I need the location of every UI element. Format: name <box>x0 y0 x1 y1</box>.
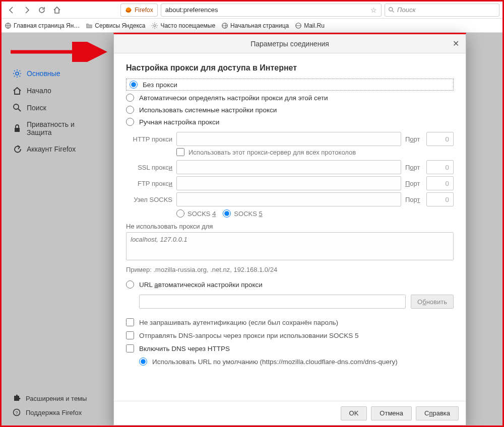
identity-box[interactable]: Firefox <box>120 4 158 17</box>
proxy-option-none[interactable]: Без прокси <box>126 79 454 91</box>
annotation-arrow <box>11 42 111 62</box>
identity-label: Firefox <box>135 7 153 14</box>
help-icon: ? <box>13 408 21 416</box>
ftp-proxy-label: FTP прокси <box>126 180 172 187</box>
ssl-proxy-input[interactable] <box>176 160 401 174</box>
search-icon <box>388 7 395 13</box>
ok-button[interactable]: OK <box>341 406 367 420</box>
bookmark-star-icon[interactable]: ☆ <box>370 6 377 14</box>
port-label: Порт <box>405 135 422 143</box>
radio-socks5[interactable] <box>223 209 231 218</box>
ssl-proxy-label: SSL прокси <box>126 164 172 171</box>
bookmark-item[interactable]: Начальная страница <box>221 22 289 29</box>
port-label: Порт <box>405 180 422 187</box>
sidebar-extensions[interactable]: Расширения и темы <box>11 391 89 405</box>
no-proxy-textarea[interactable] <box>126 232 454 260</box>
port-label: Порт <box>405 196 422 203</box>
svg-point-1 <box>389 8 393 11</box>
proxy-option-pac[interactable]: URL автоматической настройки прокси <box>126 278 454 291</box>
svg-point-7 <box>14 104 19 109</box>
dialog-heading: Настройка прокси для доступа в Интернет <box>126 63 454 73</box>
dialog-footer: OK Отмена Справка <box>114 401 466 425</box>
socks-host-label: Узел SOCKS <box>126 196 172 203</box>
checkbox-dns-socks[interactable] <box>126 331 134 339</box>
globe-icon <box>5 22 12 29</box>
preferences-sidebar: Основные Начало Поиск Приватность и Защи… <box>11 65 101 158</box>
firefox-icon <box>125 7 132 14</box>
bookmark-item[interactable]: Часто посещаемые <box>151 22 215 29</box>
sidebar-item-firefox-account[interactable]: Аккаунт Firefox <box>11 140 101 158</box>
sidebar-item-general[interactable]: Основные <box>11 65 101 82</box>
forward-button[interactable] <box>20 3 34 17</box>
proxy-option-manual[interactable]: Ручная настройка прокси <box>126 116 454 128</box>
dialog-close-button[interactable]: ✕ <box>450 37 462 49</box>
svg-rect-8 <box>15 128 20 132</box>
sidebar-item-search[interactable]: Поиск <box>11 99 101 116</box>
bookmarks-toolbar: Главная страница Ян… Сервисы Яндекса Час… <box>2 19 502 33</box>
help-button[interactable]: Справка <box>416 406 459 420</box>
sidebar-item-privacy[interactable]: Приватность и Защита <box>11 116 101 140</box>
socks-port-input[interactable] <box>426 192 454 206</box>
http-port-input[interactable] <box>426 132 454 146</box>
url-text: about:preferences <box>165 6 218 14</box>
ftp-port-input[interactable] <box>426 176 454 190</box>
proxy-option-auto-detect[interactable]: Автоматически определять настройки прокс… <box>126 92 454 104</box>
dialog-title: Параметры соединения <box>250 40 329 48</box>
bookmark-item[interactable]: Главная страница Ян… <box>5 22 80 29</box>
port-label: Порт <box>405 164 422 171</box>
radio-auto-detect[interactable] <box>126 94 134 102</box>
dialog-body[interactable]: Настройка прокси для доступа в Интернет … <box>114 53 466 401</box>
sidebar-item-home[interactable]: Начало <box>11 82 101 99</box>
reload-button[interactable] <box>35 3 49 17</box>
svg-point-3 <box>154 24 156 26</box>
ssl-port-input[interactable] <box>426 160 454 174</box>
radio-pac[interactable] <box>126 280 134 289</box>
puzzle-icon <box>13 394 21 402</box>
home-button[interactable] <box>50 3 64 17</box>
svg-point-6 <box>16 72 19 75</box>
checkbox-doh[interactable] <box>126 344 134 352</box>
bookmark-item[interactable]: Сервисы Яндекса <box>86 22 145 29</box>
http-proxy-label: HTTP прокси <box>126 135 172 143</box>
cancel-button[interactable]: Отмена <box>371 406 412 420</box>
url-bar[interactable]: about:preferences ☆ <box>161 4 382 17</box>
globe-icon <box>221 22 228 29</box>
dns-over-socks-option[interactable]: Отправлять DNS-запросы через прокси при … <box>126 329 454 342</box>
browser-toolbar: Firefox about:preferences ☆ Поиск <box>2 2 502 19</box>
bookmark-item[interactable]: Mail.Ru <box>295 22 325 29</box>
svg-point-0 <box>126 7 132 13</box>
use-for-all-protocols-checkbox[interactable] <box>176 148 184 156</box>
refresh-button[interactable]: Обновить <box>411 295 454 309</box>
dialog-title-bar: Параметры соединения ✕ <box>114 34 466 53</box>
no-auth-prompt-option[interactable]: Не запрашивать аутентификацию (если был … <box>126 316 454 329</box>
ftp-proxy-input[interactable] <box>176 176 401 190</box>
radio-no-proxy[interactable] <box>130 81 138 89</box>
socks-host-input[interactable] <box>176 192 401 206</box>
connection-settings-dialog: Параметры соединения ✕ Настройка прокси … <box>113 33 466 425</box>
socks5-option[interactable]: SOCKS 5 <box>223 209 262 218</box>
gear-icon <box>151 22 158 29</box>
radio-manual[interactable] <box>126 118 134 126</box>
back-button[interactable] <box>5 3 19 17</box>
socks4-option[interactable]: SOCKS 4 <box>176 209 216 218</box>
doh-default-url-option[interactable]: Использовать URL по умолчанию (https://m… <box>139 355 454 368</box>
pac-url-input[interactable] <box>139 295 406 309</box>
proxy-option-system[interactable]: Использовать системные настройки прокси <box>126 104 454 116</box>
svg-text:?: ? <box>15 410 18 415</box>
radio-socks4[interactable] <box>176 209 184 218</box>
globe-icon <box>295 22 302 29</box>
radio-doh-default[interactable] <box>139 358 147 366</box>
dns-over-https-option[interactable]: Включить DNS через HTTPS <box>126 342 454 355</box>
checkbox-no-auth[interactable] <box>126 318 134 326</box>
no-proxy-label: Не использовать прокси для <box>126 223 454 230</box>
sidebar-support[interactable]: ? Поддержка Firefox <box>11 405 89 419</box>
http-proxy-input[interactable] <box>176 132 401 146</box>
no-proxy-example: Пример: .mozilla-russia.org, .net.nz, 19… <box>126 266 454 273</box>
folder-icon <box>86 22 93 29</box>
search-bar[interactable]: Поиск <box>385 4 499 17</box>
radio-system[interactable] <box>126 106 134 114</box>
